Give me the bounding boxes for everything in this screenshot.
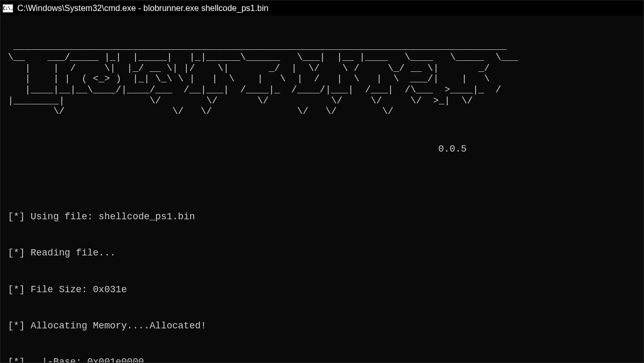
output-block: [*] Using file: shellcode_ps1.bin [*] Re… [8, 187, 636, 363]
output-line: [*] |-Base: 0x001e0000 [8, 355, 636, 363]
version-text: 0.0.5 [8, 144, 636, 155]
output-line: [*] Allocating Memory....Allocated! [8, 319, 636, 333]
output-line: [*] Using file: shellcode_ps1.bin [8, 210, 636, 223]
ascii-banner: ________________________________________… [8, 41, 636, 117]
window-title: C:\Windows\System32\cmd.exe - blobrunner… [17, 4, 268, 13]
terminal-output: ________________________________________… [1, 16, 643, 363]
output-line: [*] File Size: 0x031e [8, 283, 636, 296]
output-line: [*] Reading file... [8, 246, 636, 260]
cmd-icon: C:\. [3, 4, 13, 13]
window-titlebar[interactable]: C:\. C:\Windows\System32\cmd.exe - blobr… [1, 1, 643, 16]
